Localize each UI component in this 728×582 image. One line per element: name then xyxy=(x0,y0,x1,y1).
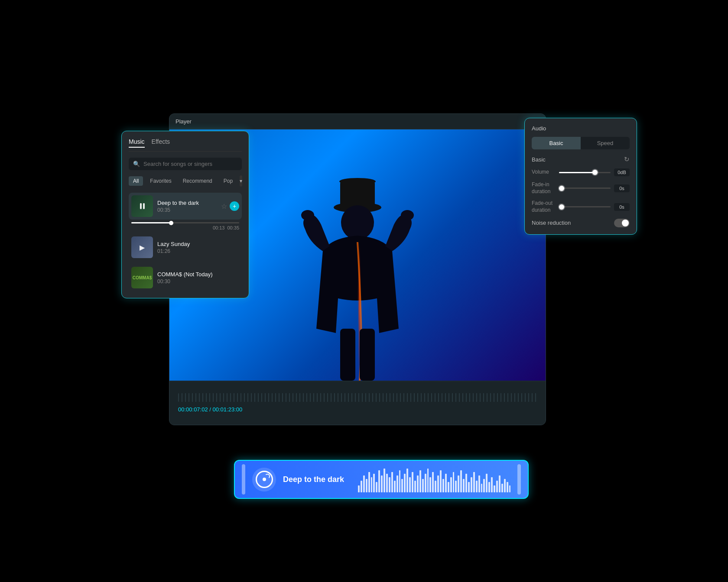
now-playing-bar: Deep to the dark xyxy=(234,460,529,499)
waveform-bar xyxy=(486,474,488,492)
fade-out-thumb[interactable] xyxy=(559,204,564,210)
favorite-icon[interactable]: ☆ xyxy=(221,202,227,210)
svg-point-3 xyxy=(341,205,374,240)
tab-speed[interactable]: Speed xyxy=(581,137,630,149)
reset-icon[interactable]: ↻ xyxy=(624,155,630,163)
filter-recommend[interactable]: Recommend xyxy=(179,176,217,186)
waveform-bar xyxy=(471,477,472,492)
waveform-bar xyxy=(453,472,455,492)
waveform-bar xyxy=(483,479,485,492)
waveform-bar xyxy=(509,485,511,492)
timeline-area[interactable]: 00:00:07:02 / 00:01:23:00 xyxy=(169,382,546,425)
now-playing-title: Deep to the dark xyxy=(283,475,344,484)
player-title: Player xyxy=(176,118,192,125)
list-item[interactable]: Deep to the dark 00:35 ☆ + 00:13 xyxy=(129,193,242,230)
song-info-2: Lazy Sunday 01:26 xyxy=(157,241,239,254)
tab-music[interactable]: Music xyxy=(129,138,145,148)
volume-value: 0dB xyxy=(614,168,630,176)
fade-out-value: 0s xyxy=(614,203,630,211)
waveform-bar xyxy=(455,481,457,493)
fade-in-label: Fade-in duration xyxy=(532,181,556,195)
waveform-bar xyxy=(463,479,465,492)
waveform-bar xyxy=(389,477,390,492)
waveform-bar xyxy=(501,484,503,492)
progress-track-1[interactable] xyxy=(131,222,239,223)
song-progress-1[interactable]: 00:13 00:35 xyxy=(129,222,242,230)
song-title-1: Deep to the dark xyxy=(157,200,217,206)
music-logo xyxy=(252,468,276,491)
noise-reduction-toggle[interactable] xyxy=(614,219,630,227)
pause-icon xyxy=(140,203,145,209)
waveform-bar xyxy=(478,475,480,492)
waveform-bar xyxy=(412,472,413,492)
waveform-bar xyxy=(422,479,424,492)
svg-point-5 xyxy=(401,210,414,220)
add-song-button[interactable]: + xyxy=(230,201,239,211)
filter-favorites[interactable]: Favorites xyxy=(146,176,176,186)
waveform-bar xyxy=(414,481,416,493)
filter-more-button[interactable]: ▾ xyxy=(240,175,242,187)
waveform-bar xyxy=(373,474,375,492)
fade-in-value: 0s xyxy=(614,184,630,192)
waveform-bar xyxy=(378,470,380,492)
waveform-bar xyxy=(417,475,419,492)
volume-thumb[interactable] xyxy=(592,170,598,175)
waveform-handle-right[interactable] xyxy=(517,464,521,495)
filter-row: All Favorites Recommend Pop ▾ xyxy=(129,175,242,187)
waveform-bar xyxy=(406,469,408,492)
tab-basic[interactable]: Basic xyxy=(532,137,581,149)
waveform-bar xyxy=(507,482,508,492)
waveform-handle-left[interactable] xyxy=(242,464,245,495)
tab-effects[interactable]: Effects xyxy=(152,138,170,148)
filter-all[interactable]: All xyxy=(129,176,143,186)
waveform-bar xyxy=(432,472,434,492)
waveform-bar xyxy=(476,481,478,493)
waveform-bar xyxy=(381,475,383,492)
waveform xyxy=(358,466,510,492)
timeline-track[interactable] xyxy=(178,393,537,402)
fade-out-label: Fade-out duration xyxy=(532,200,556,213)
fade-out-slider[interactable] xyxy=(559,206,611,207)
waveform-bar xyxy=(368,472,370,492)
logo-inner xyxy=(256,471,273,488)
waveform-bar xyxy=(445,474,447,492)
volume-slider[interactable] xyxy=(559,172,611,173)
song-label-3: COMMA$ xyxy=(133,275,152,280)
section-basic: Basic ↻ xyxy=(532,155,630,163)
progress-total-1: 00:35 xyxy=(227,225,239,230)
waveform-bar xyxy=(494,485,495,492)
song-thumb-1 xyxy=(131,195,153,217)
panel-tabs: Music Effects xyxy=(129,138,242,152)
fade-in-thumb[interactable] xyxy=(559,186,564,191)
filter-pop[interactable]: Pop xyxy=(219,176,237,186)
timeline-total: / 00:01:23:00 xyxy=(209,406,242,413)
player-titlebar: Player xyxy=(169,114,546,129)
waveform-bar xyxy=(419,470,421,492)
timeline-current: 00:00:07:02 xyxy=(178,406,208,413)
waveform-bar xyxy=(442,479,444,492)
waveform-bar xyxy=(386,474,388,492)
waveform-bar xyxy=(371,477,373,492)
volume-fill xyxy=(559,172,595,173)
song-item-2[interactable]: ▶ Lazy Sunday 01:26 xyxy=(129,234,242,261)
waveform-bar xyxy=(391,472,393,492)
waveform-bar xyxy=(427,469,429,492)
waveform-bar xyxy=(448,482,449,492)
chevron-down-icon: ▾ xyxy=(240,178,242,184)
search-bar[interactable]: 🔍 Search for songs or singers xyxy=(129,158,242,170)
song-item-3[interactable]: COMMA$ COMMA$ (Not Today) 00:30 xyxy=(129,264,242,291)
waveform-bar xyxy=(435,481,436,493)
song-duration-1: 00:35 xyxy=(157,207,217,213)
waveform-bar xyxy=(468,482,470,492)
noise-reduction-section: Noise reduction xyxy=(532,219,630,227)
waveform-bar xyxy=(499,475,500,492)
waveform-bar xyxy=(496,481,498,493)
toggle-knob xyxy=(622,220,629,226)
waveform-bar xyxy=(425,474,426,492)
audio-tabs: Basic Speed xyxy=(532,137,630,149)
waveform-bar xyxy=(399,470,401,492)
song-item-1[interactable]: Deep to the dark 00:35 ☆ + xyxy=(129,193,242,220)
fade-in-slider[interactable] xyxy=(559,188,611,189)
progress-current-1: 00:13 xyxy=(213,225,225,230)
volume-label: Volume xyxy=(532,169,556,176)
